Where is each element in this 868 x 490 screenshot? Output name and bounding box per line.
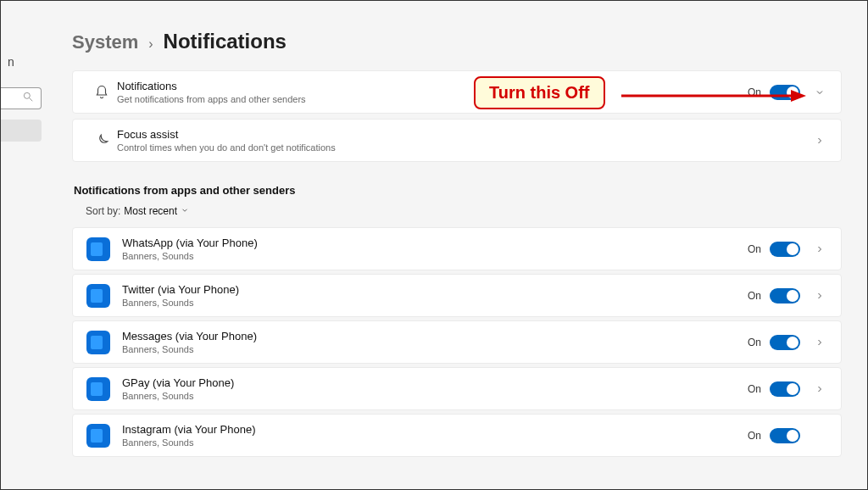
app-state-label: On [748, 243, 761, 255]
chevron-right-icon: › [148, 36, 153, 52]
annotation-callout: Turn this Off [474, 76, 605, 109]
app-state-label: On [748, 430, 761, 442]
app-icon [86, 377, 110, 401]
app-row[interactable]: GPay (via Your Phone)Banners, SoundsOn [72, 367, 842, 410]
app-toggle[interactable] [770, 428, 800, 443]
app-toggle[interactable] [770, 381, 800, 397]
app-row[interactable]: Instagram (via Your Phone)Banners, Sound… [72, 414, 842, 457]
app-notifications-list: WhatsApp (via Your Phone)Banners, Sounds… [72, 227, 842, 457]
app-icon [86, 237, 110, 261]
app-row[interactable]: Messages (via Your Phone)Banners, Sounds… [72, 320, 842, 364]
app-desc: Banners, Sounds [122, 391, 748, 401]
page-title: Notifications [164, 30, 287, 53]
chevron-right-icon[interactable] [812, 136, 827, 146]
app-name: Instagram (via Your Phone) [122, 423, 748, 436]
breadcrumb: System › Notifications [72, 30, 842, 53]
app-icon [86, 331, 110, 354]
svg-line-1 [30, 98, 33, 102]
chevron-right-icon[interactable] [812, 384, 827, 394]
sidebar-selected-stub [1, 120, 42, 142]
bell-icon [86, 85, 117, 100]
apps-section-header: Notifications from apps and other sender… [74, 184, 842, 197]
sort-by-dropdown[interactable]: Sort by: Most recent [86, 205, 842, 217]
focus-subtitle: Control times when you do and don't get … [117, 142, 812, 153]
moon-icon [86, 133, 117, 148]
app-state-label: On [748, 383, 761, 395]
svg-marker-3 [791, 90, 806, 102]
app-desc: Banners, Sounds [122, 437, 748, 448]
sort-label: Sort by: [86, 205, 120, 217]
app-row[interactable]: WhatsApp (via Your Phone)Banners, Sounds… [72, 227, 842, 270]
app-icon [86, 424, 110, 448]
sort-value: Most recent [124, 205, 177, 217]
svg-point-0 [24, 92, 30, 98]
chevron-down-icon [181, 205, 189, 217]
chevron-right-icon[interactable] [812, 337, 827, 348]
app-state-label: On [748, 290, 761, 302]
breadcrumb-parent[interactable]: System [72, 31, 138, 53]
search-input-stub[interactable] [1, 87, 42, 109]
focus-assist-row[interactable]: Focus assist Control times when you do a… [72, 119, 842, 162]
app-name: Twitter (via Your Phone) [122, 283, 748, 296]
stub-letter: n [8, 55, 14, 69]
app-toggle[interactable] [770, 242, 800, 257]
focus-title: Focus assist [117, 128, 812, 141]
chevron-right-icon[interactable] [812, 244, 827, 254]
app-desc: Banners, Sounds [122, 344, 748, 354]
app-toggle[interactable] [770, 335, 800, 350]
app-desc: Banners, Sounds [122, 298, 748, 308]
app-icon [86, 284, 110, 308]
app-row[interactable]: Twitter (via Your Phone)Banners, SoundsO… [72, 274, 842, 317]
search-icon [22, 91, 34, 106]
app-state-label: On [748, 337, 761, 348]
annotation-arrow [621, 87, 808, 104]
chevron-right-icon[interactable] [812, 291, 827, 301]
app-name: WhatsApp (via Your Phone) [122, 237, 748, 249]
sidebar-stub: n [1, 1, 47, 490]
app-name: GPay (via Your Phone) [122, 376, 748, 389]
chevron-down-icon[interactable] [812, 87, 827, 97]
app-toggle[interactable] [770, 288, 800, 303]
app-desc: Banners, Sounds [122, 251, 748, 261]
app-name: Messages (via Your Phone) [122, 330, 748, 342]
main-panel: System › Notifications Notifications Get… [72, 30, 842, 489]
